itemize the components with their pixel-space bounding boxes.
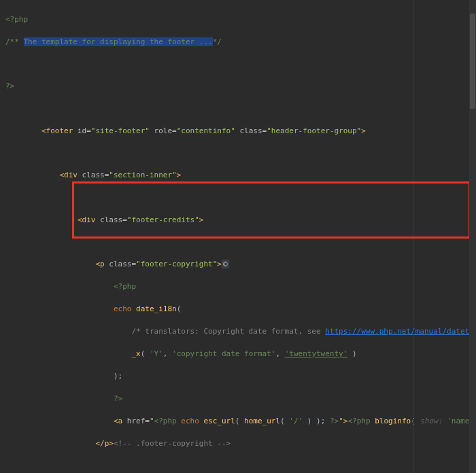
footer-open-tag: <footer [41,126,73,135]
php-open-tag: <?php [5,15,28,24]
code-editor[interactable]: <?php /** The template for displaying th… [0,0,476,473]
fold-marker[interactable]: © [222,260,229,268]
php-close-tag: ?> [5,82,14,90]
scrollbar-thumb[interactable] [470,14,475,109]
doc-comment: The template for displaying the footer .… [24,37,213,46]
scrollbar[interactable] [469,0,476,473]
